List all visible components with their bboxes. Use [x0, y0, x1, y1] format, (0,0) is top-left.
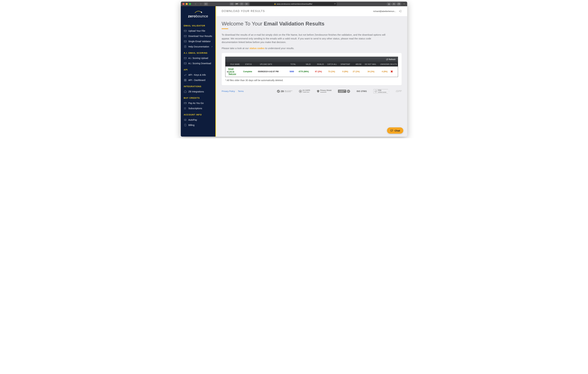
svg-rect-2 [398, 3, 399, 5]
back-button[interactable] [194, 2, 198, 6]
sidebar-item-integrations[interactable]: ZB Integrations [181, 89, 215, 94]
svg-text:$: $ [185, 119, 186, 121]
brand-logo[interactable]: zerobounce [181, 9, 215, 22]
receipt-icon [184, 124, 187, 127]
nav-label: Download Your Results [188, 35, 212, 37]
svg-rect-11 [185, 79, 186, 80]
ext-button-3[interactable] [240, 2, 244, 6]
heading-underline [222, 28, 228, 29]
chat-icon [390, 129, 393, 132]
table-toolbar: Refresh [225, 57, 398, 62]
window-minimize-button[interactable] [186, 3, 188, 5]
page-title: DOWNLOAD YOUR RESULTS [222, 10, 265, 13]
th-delete: DELETE [389, 63, 398, 65]
sidebar-toggle-button[interactable] [204, 2, 208, 6]
delete-row-button[interactable]: ✖ [388, 70, 396, 73]
window-close-button[interactable] [182, 3, 184, 5]
terms-link[interactable]: Terms [238, 90, 244, 92]
puzzle-icon [184, 90, 187, 93]
sidebar-item-download-results[interactable]: Download Your Results [181, 33, 215, 39]
cell-catchall: 73 (1%) [322, 70, 335, 73]
refresh-icon [386, 58, 388, 61]
ext-button-2[interactable]: ABP [235, 2, 239, 6]
brand-text-b: bounce [196, 14, 208, 18]
window-zoom-button[interactable] [189, 3, 191, 5]
cell-status: Complete [243, 70, 258, 73]
nav-section-title: BUY CREDITS [181, 94, 215, 100]
chevron-right-icon [200, 3, 202, 5]
sidebar-item-ai-download[interactable]: A.I. Scoring Download [181, 61, 215, 66]
results-table: Refresh FILE NAME STATUS UPLOAD DATE TOT… [225, 57, 398, 77]
refresh-button[interactable]: Refresh [386, 58, 396, 61]
user-email[interactable]: richard@abetterlemon... [373, 10, 396, 12]
nav-label: AutoPay [188, 118, 197, 121]
nav-section-title: ACCOUNT INFO [181, 111, 215, 117]
intro-paragraph-2: Please take a look at our status codes t… [222, 46, 386, 50]
privacy-link[interactable]: Privacy Policy [222, 90, 235, 92]
sidebar-item-billing[interactable]: Billing [181, 122, 215, 128]
badge-ispp: iSPP [396, 90, 402, 93]
logo-icon [193, 11, 203, 14]
cell-abuse: 27 (1%) [348, 70, 360, 73]
sidebar-item-ai-upload[interactable]: A.I. Scoring Upload [181, 55, 215, 61]
external-icon: ↗ [211, 46, 212, 48]
check-circle-icon [277, 90, 280, 93]
sidebar-item-single-validator[interactable]: Single Email Validator [181, 39, 215, 44]
list-icon [184, 107, 187, 110]
app-sidebar: zerobounce EMAIL VALIDATOR Upload Your F… [181, 6, 216, 137]
page-footer: Privacy Policy Terms ZB 98% ACCURACYGUAR… [222, 85, 402, 97]
share-button[interactable] [392, 2, 396, 6]
cell-valid: 4775 (96%) [294, 70, 309, 73]
address-bar[interactable]: 🔒 www.zerobounce.net/members/downloadfil… [250, 2, 337, 6]
shield-ext-icon [241, 3, 243, 5]
pocket-icon [246, 3, 248, 5]
chat-button[interactable]: Chat [387, 128, 403, 134]
share-icon [393, 3, 395, 5]
new-tab-button[interactable]: + [403, 2, 406, 5]
svg-point-16 [186, 102, 186, 103]
th-spam: SPAMTRAP [337, 63, 350, 65]
card-icon [184, 102, 187, 105]
brand-text-a: zero [188, 14, 196, 18]
cell-upload: 05/09/2019 4:42:07 PM [258, 70, 283, 73]
envelope-icon [184, 40, 187, 43]
tabs-button[interactable] [397, 2, 401, 6]
page-topbar: DOWNLOAD YOUR RESULTS richard@abetterlem… [216, 6, 407, 16]
shield-icon [317, 90, 320, 93]
sidebar-item-api-keys[interactable]: API - Keys & Info [181, 72, 215, 77]
logout-icon[interactable] [398, 10, 402, 13]
downloads-button[interactable] [387, 2, 391, 6]
sidebar-item-autopay[interactable]: $ AutoPay [181, 117, 215, 122]
svg-point-24 [300, 91, 301, 92]
check-circle-icon [375, 90, 377, 93]
lock-icon: 🔒 [274, 3, 276, 5]
file-link[interactable]: Email List to Test.csv [228, 68, 243, 75]
nav-section-title: A.I. EMAIL SCORING [181, 49, 215, 55]
svg-point-19 [184, 109, 184, 109]
sidebar-item-upload-file[interactable]: Upload Your File [181, 28, 215, 33]
sidebar-item-subscriptions[interactable]: Subscriptions [181, 106, 215, 111]
th-valid: VALID [296, 63, 311, 65]
svg-rect-5 [184, 41, 186, 42]
svg-rect-13 [185, 80, 186, 81]
sidebar-item-api-dashboard[interactable]: API - Dashboard [181, 77, 215, 83]
forward-button[interactable] [199, 2, 203, 6]
ext-button-1[interactable] [230, 2, 234, 6]
bracket-icon [231, 3, 233, 5]
sidebar-item-payg[interactable]: Pay As You Go [181, 100, 215, 106]
url-text: www.zerobounce.net/members/downloadfile/ [277, 3, 312, 5]
reload-icon[interactable]: ⟳ [334, 3, 336, 5]
ext-button-4[interactable] [244, 2, 249, 6]
browser-titlebar: ABP 🔒 www.zerobounce.net/members/downloa… [181, 2, 407, 6]
cell-invalid: 87 (2%) [309, 70, 322, 73]
badge-privacy-shield: Privacy ShieldFramework [317, 90, 331, 93]
nav-label: Subscriptions [188, 107, 202, 110]
chevron-left-icon [195, 3, 197, 5]
cell-filename[interactable]: Email List to Test.csv [228, 68, 243, 75]
th-invalid: INVALID [311, 63, 324, 65]
status-codes-link[interactable]: status codes [249, 47, 264, 50]
expand-row-button[interactable]: ▶ [227, 71, 228, 73]
th-abuse: ABUSE [350, 63, 362, 65]
svg-rect-7 [184, 57, 186, 59]
sidebar-item-help-docs[interactable]: Help Documentation ↗ [181, 44, 215, 49]
